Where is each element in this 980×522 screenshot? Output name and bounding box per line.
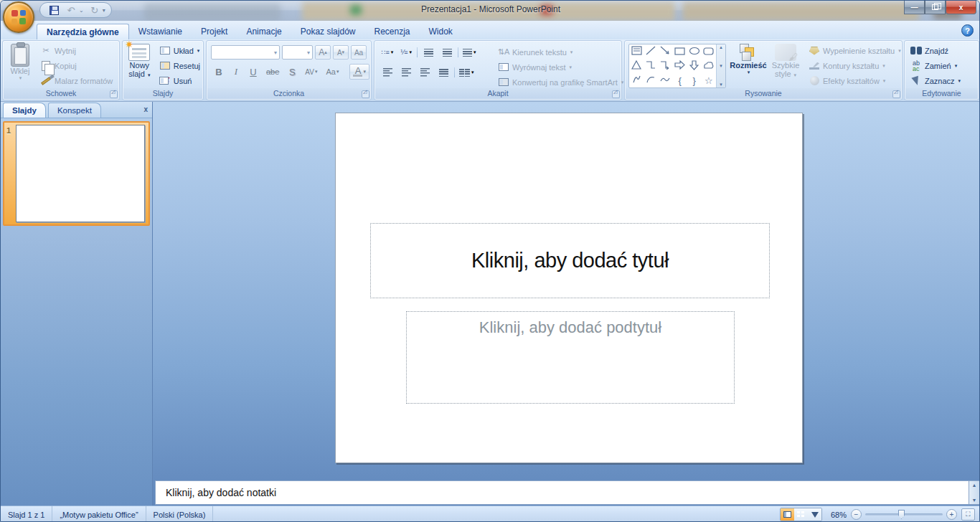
align-right-button[interactable] xyxy=(416,65,433,80)
strikethrough-button[interactable]: abe xyxy=(263,64,283,80)
shape-oval-icon[interactable] xyxy=(689,47,700,57)
shape-fill-button[interactable]: Wypełnienie kształtu▾ xyxy=(806,43,904,58)
shape-rectangle-icon[interactable] xyxy=(674,47,686,57)
columns-button[interactable]: ▾ xyxy=(457,65,476,80)
shape-scribble-icon[interactable] xyxy=(632,75,641,86)
shapes-gallery-more-icon[interactable]: ▼ xyxy=(719,82,723,87)
convert-smartart-button[interactable]: Konwertuj na grafikę SmartArt▾ xyxy=(495,75,626,90)
pane-tab-slajdy[interactable]: Slajdy xyxy=(3,103,46,118)
cut-button[interactable]: ✂ Wytnij xyxy=(37,43,116,58)
akapit-dialog-launcher[interactable] xyxy=(612,90,620,98)
align-text-button[interactable]: Wyrównaj tekst▾ xyxy=(495,60,626,75)
layout-button[interactable]: Układ▾ xyxy=(156,43,203,58)
shape-down-arrow-icon[interactable] xyxy=(689,60,699,72)
align-center-button[interactable] xyxy=(397,65,415,80)
shape-curve-icon[interactable] xyxy=(660,75,670,86)
shapes-scroll-down-icon[interactable]: ▼ xyxy=(719,64,723,68)
tab-pokaz-slajdow[interactable]: Pokaz slajdów xyxy=(291,24,365,39)
italic-button[interactable]: I xyxy=(228,64,244,80)
justify-button[interactable] xyxy=(435,65,452,80)
shapes-gallery-scrollbar[interactable]: ▲ ▼ ▼ xyxy=(716,44,725,87)
text-direction-button[interactable]: ⇅A Kierunek tekstu▾ xyxy=(495,44,626,60)
numbering-button[interactable]: ⅟≡▾ xyxy=(397,44,415,60)
minimize-button[interactable]: — xyxy=(904,1,925,14)
zoom-in-button[interactable]: + xyxy=(946,509,957,520)
slide-canvas[interactable]: Kliknij, aby dodać tytuł Kliknij, aby do… xyxy=(335,113,803,463)
fit-to-window-button[interactable]: ⛶ xyxy=(961,508,975,521)
tab-narzedzia-glowne[interactable]: Narzędzia główne xyxy=(37,24,129,39)
shapes-scroll-up-icon[interactable]: ▲ xyxy=(719,45,723,49)
notes-scroll-down-icon[interactable]: ▼ xyxy=(972,498,977,503)
shape-text-box-icon[interactable] xyxy=(631,46,642,57)
select-button[interactable]: Zaznacz▾ xyxy=(908,73,979,88)
shape-arrow-icon[interactable] xyxy=(660,46,670,57)
subtitle-placeholder[interactable]: Kliknij, aby dodać podtytuł xyxy=(406,311,735,404)
shape-arc-icon[interactable] xyxy=(646,75,656,86)
czcionka-dialog-launcher[interactable] xyxy=(362,90,369,98)
zoom-level-value[interactable]: 68% xyxy=(826,511,847,519)
status-language[interactable]: Polski (Polska) xyxy=(146,506,214,522)
shape-elbow-connector-icon[interactable] xyxy=(646,60,656,72)
bullets-button[interactable]: ∷≡▾ xyxy=(379,44,396,60)
slide-sorter-view-button[interactable] xyxy=(794,508,808,521)
arrange-button[interactable]: Rozmieść ▾ xyxy=(731,41,765,90)
zoom-slider-thumb[interactable] xyxy=(898,510,905,519)
help-button[interactable]: ? xyxy=(961,24,974,37)
quick-styles-button[interactable]: Szybkie style ▾ xyxy=(768,41,803,90)
new-slide-button[interactable]: Nowy slajd ▾ xyxy=(123,41,156,88)
tab-widok[interactable]: Widok xyxy=(420,24,462,39)
delete-slide-button[interactable]: ✗ Usuń xyxy=(156,73,203,88)
character-spacing-button[interactable]: AV▾ xyxy=(301,64,321,80)
shrink-font-button[interactable]: A▾ xyxy=(333,45,349,60)
decrease-indent-button[interactable] xyxy=(420,44,437,60)
slide-thumbnail-selected[interactable]: 1 xyxy=(3,121,150,226)
shape-elbow-arrow-connector-icon[interactable] xyxy=(660,60,670,72)
restore-button[interactable] xyxy=(925,1,946,14)
tab-wstawianie[interactable]: Wstawianie xyxy=(129,24,192,39)
change-case-button[interactable]: Aa▾ xyxy=(322,64,342,80)
format-painter-button[interactable]: Malarz formatów xyxy=(37,73,116,88)
notes-scroll-up-icon[interactable]: ▲ xyxy=(972,483,977,488)
shape-right-brace-icon[interactable]: } xyxy=(693,75,696,86)
rysowanie-dialog-launcher[interactable] xyxy=(892,90,900,98)
bold-button[interactable]: B xyxy=(211,64,227,80)
clear-formatting-button[interactable]: Aa xyxy=(351,45,367,60)
shape-line-icon[interactable] xyxy=(646,46,656,57)
notes-pane[interactable]: Kliknij, aby dodać notatki xyxy=(155,480,969,505)
shape-rounded-rectangle-icon[interactable] xyxy=(703,47,715,57)
font-color-button[interactable]: A ▾ xyxy=(349,64,369,80)
shape-flowchart-icon[interactable] xyxy=(703,61,714,72)
shape-star-icon[interactable]: ☆ xyxy=(705,75,713,86)
text-shadow-button[interactable]: S xyxy=(284,64,300,80)
increase-indent-button[interactable] xyxy=(438,44,456,60)
notes-scrollbar[interactable]: ▲ ▼ xyxy=(969,480,980,505)
underline-button[interactable]: U xyxy=(245,64,261,80)
shape-outline-button[interactable]: Kontury kształtu▾ xyxy=(806,58,904,73)
grow-font-button[interactable]: A▴ xyxy=(315,45,331,60)
shape-right-arrow-icon[interactable] xyxy=(674,60,685,72)
paste-button[interactable]: Wklej ▾ xyxy=(3,41,37,88)
title-placeholder[interactable]: Kliknij, aby dodać tytuł xyxy=(370,223,770,298)
tab-recenzja[interactable]: Recenzja xyxy=(364,24,419,39)
reset-button[interactable]: Resetuj xyxy=(156,58,203,73)
shape-triangle-icon[interactable] xyxy=(631,60,641,72)
align-left-button[interactable] xyxy=(379,65,396,80)
shape-effects-button[interactable]: Efekty kształtów▾ xyxy=(806,73,904,88)
tab-animacje[interactable]: Animacje xyxy=(237,24,291,39)
office-button[interactable] xyxy=(3,1,34,33)
copy-button[interactable]: Kopiuj xyxy=(37,58,116,73)
slideshow-view-button[interactable] xyxy=(808,508,821,521)
tab-projekt[interactable]: Projekt xyxy=(192,24,237,39)
shape-left-brace-icon[interactable]: { xyxy=(678,75,681,86)
schowek-dialog-launcher[interactable] xyxy=(110,90,118,98)
zoom-slider-track[interactable] xyxy=(865,513,943,516)
line-spacing-button[interactable]: ▾ xyxy=(461,44,479,60)
find-button[interactable]: Znajdź xyxy=(908,43,979,58)
zoom-out-button[interactable]: − xyxy=(851,509,862,520)
font-size-combobox[interactable]: ▾ xyxy=(282,45,313,60)
replace-button[interactable]: abac Zamień▾ xyxy=(908,58,979,73)
normal-view-button[interactable] xyxy=(781,508,794,521)
close-button[interactable]: x xyxy=(946,1,976,14)
font-name-combobox[interactable]: ▾ xyxy=(211,45,280,60)
pane-tab-konspekt[interactable]: Konspekt xyxy=(48,103,101,118)
